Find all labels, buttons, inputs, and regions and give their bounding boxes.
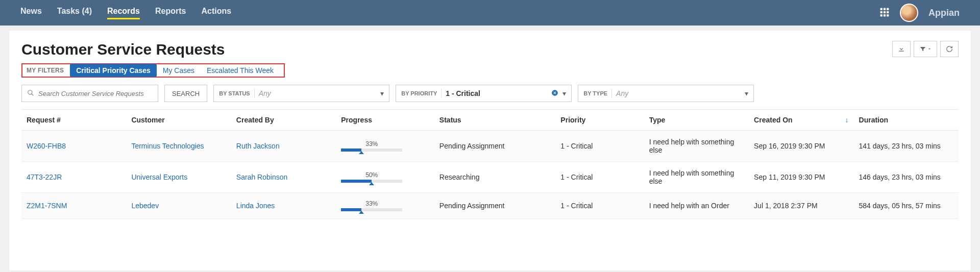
created-by-link[interactable]: Sarah Robinson — [236, 173, 287, 181]
column-header-duration[interactable]: Duration — [854, 110, 959, 131]
top-nav: NewsTasks (4)RecordsReportsActions Appia… — [0, 0, 980, 26]
brand-logo: Appian — [928, 8, 960, 18]
nav-item-actions[interactable]: Actions — [201, 7, 231, 19]
table-row: 47T3-22JRUniversal ExportsSarah Robinson… — [21, 162, 959, 193]
search-button[interactable]: SEARCH — [164, 85, 207, 102]
type-cell: I need help with something else — [644, 162, 749, 193]
status-value: Any — [259, 89, 376, 97]
svg-rect-4 — [884, 11, 886, 13]
priority-cell: 1 - Critical — [555, 193, 644, 219]
customer-link[interactable]: Universal Exports — [131, 173, 187, 181]
column-header-status[interactable]: Status — [434, 110, 556, 131]
column-header-created-by[interactable]: Created By — [231, 110, 336, 131]
search-icon — [27, 89, 34, 98]
svg-point-9 — [28, 90, 32, 94]
duration-cell: 584 days, 05 hrs, 57 mins — [854, 193, 959, 219]
refresh-button[interactable] — [940, 41, 959, 57]
progress-bar: 33% — [341, 200, 402, 211]
chevron-down-icon: ▾ — [745, 89, 748, 97]
request-link[interactable]: Z2M1-7SNM — [27, 202, 67, 210]
progress-bar: 50% — [341, 171, 402, 183]
separator — [441, 89, 442, 98]
priority-label: BY PRIORITY — [401, 90, 437, 96]
avatar[interactable] — [900, 4, 918, 22]
nav-left: NewsTasks (4)RecordsReportsActions — [20, 7, 231, 19]
column-header-type[interactable]: Type — [644, 110, 749, 131]
filter-dropdown-button[interactable] — [914, 41, 937, 57]
status-cell: Pending Assignment — [434, 131, 556, 162]
svg-rect-5 — [887, 11, 889, 13]
page-title: Customer Service Requests — [21, 41, 225, 58]
filters-label: MY FILTERS — [27, 67, 64, 74]
nav-item-reports[interactable]: Reports — [155, 7, 186, 19]
svg-rect-3 — [880, 11, 883, 13]
status-label: BY STATUS — [219, 90, 250, 96]
nav-right: Appian — [879, 4, 960, 22]
sort-indicator-icon: ↓ — [845, 116, 849, 124]
filter-my-cases[interactable]: My Cases — [157, 64, 201, 77]
chevron-down-icon: ▾ — [562, 89, 566, 97]
filter-by-type[interactable]: BY TYPE Any ▾ — [578, 85, 754, 102]
search-box[interactable] — [21, 85, 158, 102]
nav-item-tasks-[interactable]: Tasks (4) — [57, 7, 92, 19]
priority-value: 1 - Critical — [446, 89, 547, 97]
svg-rect-1 — [884, 8, 886, 10]
customer-link[interactable]: Terminus Technologies — [131, 142, 204, 150]
filter-critical-priority-cases[interactable]: Critical Priority Cases — [70, 64, 157, 77]
priority-cell: 1 - Critical — [555, 131, 644, 162]
priority-cell: 1 - Critical — [555, 162, 644, 193]
progress-bar: 33% — [341, 140, 402, 152]
controls-row: SEARCH BY STATUS Any ▾ BY PRIORITY 1 - C… — [21, 85, 959, 102]
column-header-priority[interactable]: Priority — [555, 110, 644, 131]
my-filters-bar: MY FILTERS Critical Priority CasesMy Cas… — [21, 63, 285, 78]
separator — [611, 89, 612, 98]
table-row: Z2M1-7SNMLebedevLinda Jones33%Pending As… — [21, 193, 959, 219]
apps-grid-icon[interactable] — [879, 7, 890, 19]
type-cell: I need help with an Order — [644, 193, 749, 219]
svg-rect-2 — [887, 8, 889, 10]
created-on-cell: Sep 11, 2019 9:30 PM — [749, 162, 853, 193]
request-link[interactable]: 47T3-22JR — [27, 173, 62, 181]
action-buttons — [892, 41, 959, 57]
download-button[interactable] — [892, 41, 911, 57]
nav-item-news[interactable]: News — [20, 7, 42, 19]
svg-rect-0 — [880, 8, 883, 10]
status-cell: Researching — [434, 162, 556, 193]
type-label: BY TYPE — [583, 90, 607, 96]
customer-link[interactable]: Lebedev — [131, 202, 159, 210]
created-on-cell: Jul 1, 2018 2:37 PM — [749, 193, 853, 219]
svg-line-10 — [32, 93, 34, 95]
column-header-customer[interactable]: Customer — [126, 110, 231, 131]
table-row: W260-FHB8Terminus TechnologiesRuth Jacks… — [21, 131, 959, 162]
column-header-progress[interactable]: Progress — [336, 110, 434, 131]
created-on-cell: Sep 16, 2019 9:30 PM — [749, 131, 853, 162]
nav-item-records[interactable]: Records — [107, 7, 140, 19]
request-link[interactable]: W260-FHB8 — [27, 142, 66, 150]
filter-escalated-this-week[interactable]: Escalated This Week — [201, 64, 280, 77]
search-input[interactable] — [38, 90, 153, 97]
chevron-down-icon: ▾ — [380, 89, 384, 97]
duration-cell: 141 days, 23 hrs, 03 mins — [854, 131, 959, 162]
filter-by-priority[interactable]: BY PRIORITY 1 - Critical ▾ — [396, 85, 572, 102]
status-cell: Pending Assignment — [434, 193, 556, 219]
separator — [254, 89, 255, 98]
duration-cell: 146 days, 23 hrs, 03 mins — [854, 162, 959, 193]
type-value: Any — [616, 89, 741, 97]
column-header-created-on[interactable]: Created On↓ — [749, 110, 853, 131]
svg-rect-7 — [884, 14, 886, 16]
created-by-link[interactable]: Linda Jones — [236, 202, 275, 210]
svg-rect-8 — [887, 14, 889, 16]
svg-rect-6 — [880, 14, 883, 16]
created-by-link[interactable]: Ruth Jackson — [236, 142, 280, 150]
column-header-request-[interactable]: Request # — [21, 110, 126, 131]
type-cell: I need help with something else — [644, 131, 749, 162]
page-container: Customer Service Requests MY FILTERS Cri… — [9, 31, 971, 270]
filter-by-status[interactable]: BY STATUS Any ▾ — [213, 85, 389, 102]
clear-priority-icon[interactable] — [551, 89, 558, 98]
requests-table: Request #CustomerCreated ByProgressStatu… — [21, 109, 959, 219]
